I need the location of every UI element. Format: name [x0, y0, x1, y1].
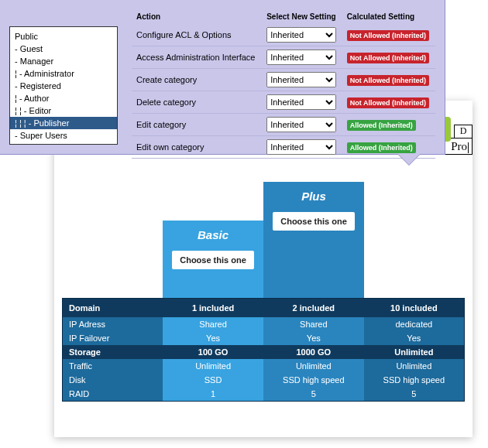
cell: 5: [364, 387, 465, 402]
row-label: RAID: [63, 387, 163, 402]
perm-row: Delete category Inherited Not Allowed (I…: [132, 91, 435, 114]
tree-item-manager[interactable]: - Manager: [10, 55, 117, 67]
text-cursor: [468, 142, 469, 153]
table-row: Disk SSD SSD high speed SSD high speed: [63, 373, 465, 387]
cell: 5: [263, 387, 364, 402]
group-tree[interactable]: Public - Guest - Manager ¦ - Administrat…: [9, 26, 118, 145]
cell: dedicated: [364, 317, 465, 331]
domain-basic-val: 1 included: [192, 303, 234, 313]
section-title: Domain: [63, 299, 163, 318]
row-label: Disk: [63, 373, 163, 387]
perm-calc-badge: Allowed (Inherited): [347, 142, 416, 153]
plan-name-plus: Plus: [263, 190, 364, 203]
perm-row: Access Administration Interface Inherite…: [132, 46, 435, 69]
storage-basic-val: 100 GO: [198, 347, 229, 357]
perm-select[interactable]: Inherited: [266, 94, 336, 110]
tree-item-super-users[interactable]: - Super Users: [10, 129, 117, 142]
section-title: Storage: [63, 345, 163, 359]
table-row: IP Adress Shared Shared dedicated: [63, 317, 465, 331]
plan-header-plus: Plus Choose this one: [263, 182, 364, 298]
perm-row: Edit category Inherited Allowed (Inherit…: [132, 114, 435, 136]
row-label: IP Adress: [63, 317, 163, 331]
perm-action: Delete category: [132, 91, 262, 114]
pricing-table-wrap: Choose this one Basic Choose this one Pl…: [62, 182, 465, 402]
tree-item-editor[interactable]: ¦ ¦ - Editor: [10, 104, 117, 117]
perm-calc-badge: Not Allowed (Inherited): [347, 75, 429, 86]
table-row: Traffic Unlimited Unlimited Unlimited: [63, 359, 465, 373]
domain-plus-val: 2 included: [293, 303, 335, 313]
cell: SSD: [163, 373, 263, 387]
pro-plan-label-text: Pro: [451, 140, 467, 152]
col-select: Select New Setting: [262, 9, 342, 24]
compare-table: Domain 1 included 2 included 10 included…: [62, 298, 465, 402]
permissions-table: Action Select New Setting Calculated Set…: [132, 9, 435, 145]
choose-plus-button[interactable]: Choose this one: [273, 212, 355, 231]
perm-action: Edit own category: [132, 136, 262, 159]
cell: Shared: [263, 317, 364, 331]
perm-select[interactable]: Inherited: [266, 50, 336, 65]
tree-item-public[interactable]: Public: [10, 30, 117, 43]
tree-item-guest[interactable]: - Guest: [10, 43, 117, 55]
cell: Unlimited: [364, 359, 465, 373]
perm-select[interactable]: Inherited: [266, 27, 336, 43]
perm-calc-badge: Not Allowed (Inherited): [347, 53, 429, 63]
cell: 1: [163, 387, 263, 402]
plan-name-basic: Basic: [163, 228, 263, 241]
corner-d-box: D: [454, 125, 473, 139]
row-label: IP Failover: [63, 331, 163, 345]
perm-action: Create category: [132, 69, 262, 91]
perm-select[interactable]: Inherited: [266, 72, 336, 87]
choose-basic-button[interactable]: Choose this one: [172, 251, 254, 269]
col-calculated: Calculated Setting: [342, 9, 435, 24]
cell: SSD high speed: [364, 373, 465, 387]
storage-pro-val: Unlimited: [394, 347, 433, 357]
cell: SSD high speed: [263, 373, 364, 387]
table-row: RAID 1 5 5: [63, 387, 465, 402]
tree-item-registered[interactable]: - Registered: [10, 80, 117, 92]
table-row: IP Failover Yes Yes Yes: [63, 331, 465, 345]
section-header-storage: Storage 100 GO 1000 GO Unlimited: [63, 345, 465, 359]
col-action: Action: [132, 9, 262, 24]
perm-calc-badge: Not Allowed (Inherited): [347, 30, 429, 41]
perm-calc-badge: Not Allowed (Inherited): [347, 97, 429, 108]
perm-action: Edit category: [132, 114, 262, 136]
row-label: Traffic: [63, 359, 163, 373]
cell: Unlimited: [263, 359, 364, 373]
section-header-domain: Domain 1 included 2 included 10 included: [63, 299, 465, 318]
storage-plus-val: 1000 GO: [297, 347, 332, 357]
tree-item-publisher[interactable]: ¦ ¦ ¦ - Publisher: [10, 117, 117, 129]
domain-pro-val: 10 included: [390, 303, 438, 313]
plan-header-basic: Basic Choose this one: [163, 221, 263, 298]
panel-tail: [398, 154, 420, 165]
perm-row: Configure ACL & Options Inherited Not Al…: [132, 24, 435, 46]
tree-item-administrator[interactable]: ¦ - Administrator: [10, 67, 117, 80]
perm-select[interactable]: Inherited: [266, 139, 336, 155]
perm-row: Create category Inherited Not Allowed (I…: [132, 69, 435, 91]
perm-select[interactable]: Inherited: [266, 117, 336, 132]
cell: Shared: [163, 317, 263, 331]
cell: Yes: [263, 331, 364, 345]
perm-calc-badge: Allowed (Inherited): [347, 120, 416, 131]
cell: Yes: [364, 331, 465, 345]
perm-action: Configure ACL & Options: [132, 24, 262, 46]
permissions-panel: Public - Guest - Manager ¦ - Administrat…: [0, 0, 445, 155]
cell: Unlimited: [163, 359, 263, 373]
perm-row: Edit own category Inherited Allowed (Inh…: [132, 136, 435, 159]
tree-item-author[interactable]: ¦ - Author: [10, 92, 117, 104]
cell: Yes: [163, 331, 263, 345]
perm-action: Access Administration Interface: [132, 46, 262, 69]
